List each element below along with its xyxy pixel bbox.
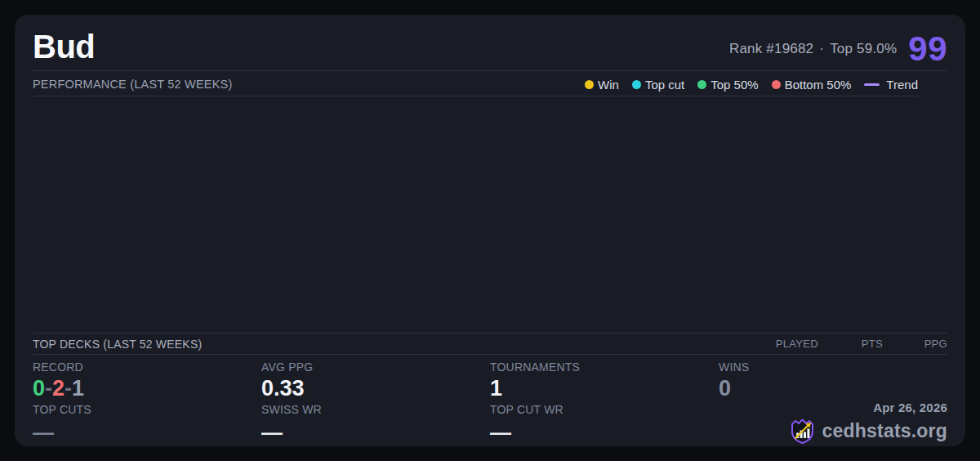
stat-top-cuts: TOP CUTS —	[33, 403, 261, 445]
performance-header: PERFORMANCE (LAST 52 WEEKS) Win Top cut …	[33, 75, 918, 93]
legend-item-top-50: Top 50%	[697, 78, 758, 92]
stat-tournaments: TOURNAMENTS 1	[490, 360, 719, 403]
footer: Apr 26, 2026 cedhstats.org	[790, 401, 947, 445]
tournaments-value: 1	[490, 378, 719, 400]
stat-avg-ppg: AVG PPG 0.33	[261, 360, 490, 403]
rank-text: Rank #19682·Top 59.0%	[729, 41, 897, 65]
rank-number: Rank #19682	[729, 41, 813, 56]
header-divider	[33, 70, 947, 71]
top-cut-legend-dot	[632, 80, 641, 89]
header-rank-area: Rank #19682·Top 59.0% 99	[729, 15, 947, 65]
stat-label: WINS	[719, 360, 947, 374]
column-header-pts: PTS	[835, 338, 883, 350]
top-decks-header: TOP DECKS (LAST 52 WEEKS) PLAYED PTS PPG	[33, 333, 947, 355]
record-losses: 2	[52, 376, 65, 401]
stat-record: RECORD 0-2-1	[33, 360, 261, 403]
swiss-wr-value: —	[261, 420, 490, 445]
top-decks-section-title: TOP DECKS (LAST 52 WEEKS)	[33, 338, 202, 351]
performance-section-title: PERFORMANCE (LAST 52 WEEKS)	[33, 78, 232, 91]
top-percent: Top 59.0%	[830, 41, 897, 56]
stat-label: TOP CUTS	[33, 403, 261, 416]
top-cut-wr-value: —	[490, 420, 719, 445]
legend-label: Win	[598, 78, 619, 92]
legend-item-trend: Trend	[864, 78, 918, 92]
page-title: Bud	[33, 29, 95, 65]
win-legend-dot	[585, 80, 594, 89]
legend-label: Trend	[886, 78, 918, 92]
top-decks-columns: PLAYED PTS PPG	[771, 338, 947, 350]
stat-top-cut-wr: TOP CUT WR —	[490, 403, 719, 445]
rank-separator: ·	[819, 41, 824, 56]
performance-chart	[33, 96, 918, 332]
legend-item-top-cut: Top cut	[632, 78, 684, 92]
column-header-played: PLAYED	[771, 338, 818, 350]
date-label: Apr 26, 2026	[790, 401, 947, 414]
stat-label: TOP CUT WR	[490, 403, 719, 416]
legend-label: Top 50%	[710, 78, 758, 92]
score-value: 99	[908, 33, 947, 65]
trend-legend-line	[864, 83, 880, 86]
legend-item-bottom-50: Bottom 50%	[772, 78, 852, 92]
stat-swiss-wr: SWISS WR —	[261, 403, 490, 445]
stats-card: Bud Rank #19682·Top 59.0% 99 PERFORMANCE…	[15, 15, 965, 446]
record-wins: 0	[33, 376, 45, 401]
wins-value: 0	[719, 378, 947, 400]
cedhstats-shield-logo-icon	[790, 418, 816, 445]
stat-label: AVG PPG	[261, 360, 490, 374]
brand-name: cedhstats.org	[822, 420, 947, 442]
stat-label: TOURNAMENTS	[490, 360, 719, 374]
bottom-50-legend-dot	[772, 80, 781, 89]
legend-label: Bottom 50%	[785, 78, 852, 92]
chart-legend: Win Top cut Top 50% Bottom 50% Trend	[585, 78, 918, 92]
brand: cedhstats.org	[790, 418, 947, 445]
record-value: 0-2-1	[33, 378, 261, 400]
record-draws: 1	[72, 376, 84, 401]
avg-ppg-value: 0.33	[261, 378, 490, 400]
column-header-ppg: PPG	[900, 338, 947, 350]
stat-label: RECORD	[33, 360, 261, 374]
stat-label: SWISS WR	[261, 403, 490, 416]
legend-item-win: Win	[585, 78, 619, 92]
legend-label: Top cut	[645, 78, 684, 92]
top-50-legend-dot	[697, 80, 706, 89]
stat-wins: WINS 0	[719, 360, 947, 403]
top-cuts-value: —	[33, 420, 261, 445]
